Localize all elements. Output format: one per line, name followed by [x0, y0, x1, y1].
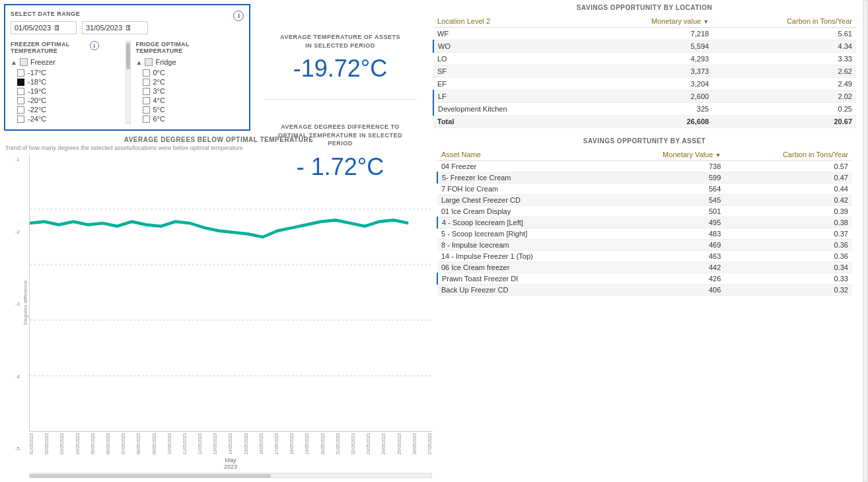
freezer-checkbox-0[interactable]	[17, 69, 24, 77]
freezer-checkbox-4[interactable]	[17, 106, 24, 114]
y-axis-label: Degrees difference	[22, 281, 28, 325]
fridge-title: FRIDGE OPTIMALTEMPERATURE	[136, 41, 244, 54]
fridge-collapse-arrow[interactable]: ▲	[136, 59, 143, 66]
col-header-monetary[interactable]: Monetary value ▼	[585, 15, 713, 28]
fridge-column: FRIDGE OPTIMALTEMPERATURE ▲ Fridge 0°C 2…	[136, 41, 244, 124]
savings-by-location-table: Location Level 2 Monetary value ▼ Carbon…	[433, 15, 856, 128]
col-header-location: Location Level 2	[433, 15, 585, 28]
freezer-checkbox-3[interactable]	[17, 97, 24, 104]
temp-stat-divider	[264, 99, 416, 100]
freezer-checkbox-1[interactable]	[17, 79, 24, 86]
freezer-root-checkbox[interactable]	[20, 58, 28, 66]
freezer-checkbox-2[interactable]	[17, 88, 24, 95]
chart-svg	[30, 154, 432, 431]
table-row: 8 - Impulse Icecream 469 0.36	[437, 240, 852, 251]
avg-temp-label-2: AVERAGE DEGREES DIFFERENCE TOOPTIMAL TEM…	[271, 123, 410, 148]
fridge-root-label: Fridge	[155, 58, 176, 66]
list-item: 4°C	[143, 96, 244, 104]
savings-by-asset-section: SAVINGS OPPORTUNITY BY ASSET Asset Name …	[433, 135, 856, 478]
fridge-checkbox-1[interactable]	[143, 79, 150, 86]
avg-temp-value-1: -19.72°C	[271, 55, 410, 83]
freezer-column: FREEZER OPTIMALTEMPERATURE ℹ ▲ Freezer -…	[11, 41, 119, 124]
freezer-info-icon[interactable]: ℹ	[90, 41, 99, 50]
table-row: 01 Ice Cream Display 501 0.39	[437, 206, 852, 217]
freezer-temp-list: -17°C -18°C -19°C -20°C -22°C -24°C	[17, 69, 119, 123]
fridge-temp-list: 0°C 2°C 3°C 4°C 5°C 6°C	[143, 69, 244, 123]
savings-by-location-section: SAVINGS OPPORTUNITY BY LOCATION Location…	[433, 4, 856, 128]
freezer-collapse-arrow[interactable]: ▲	[11, 59, 17, 66]
table-row: 5- Freezer Ice Cream 599 0.47	[437, 172, 852, 184]
list-item: 5°C	[143, 106, 244, 114]
list-item: 0°C	[143, 69, 244, 77]
right-panel: SAVINGS OPPORTUNITY BY LOCATION Location…	[426, 0, 863, 482]
table-row: Development Kitchen 325 0.25	[433, 103, 856, 116]
table-row: LF 2,600 2.02	[433, 90, 856, 103]
table-row-total: Total 26,608 20.67	[433, 116, 856, 128]
fridge-checkbox-0[interactable]	[143, 69, 150, 77]
list-item: -20°C	[17, 96, 119, 104]
filter-box: SELECT DATE RANGE 01/05/2023 🗓 31/05/202…	[4, 4, 250, 131]
savings-by-asset-table: Asset Name Monetary Value ▼ Carbon in To…	[437, 149, 852, 296]
list-item: 6°C	[143, 115, 244, 123]
chart-x-month: May 2023	[29, 457, 432, 470]
asset-col-name: Asset Name	[437, 149, 610, 161]
list-item: -24°C	[17, 115, 119, 123]
list-item: 2°C	[143, 78, 244, 86]
temp-scrollbar[interactable]	[126, 41, 131, 124]
table-row: Back Up Freezer CD 406 0.32	[437, 285, 852, 296]
fridge-checkbox-4[interactable]	[143, 106, 150, 114]
table-row: EF 3,204 2.49	[433, 78, 856, 90]
calendar-icon-2[interactable]: 🗓	[125, 24, 132, 32]
freezer-root-label: Freezer	[30, 58, 55, 66]
savings-by-location-title: SAVINGS OPPORTUNITY BY LOCATION	[433, 4, 856, 11]
asset-col-carbon: Carbon in Tons/Year	[725, 149, 852, 161]
list-item: -19°C	[17, 87, 119, 95]
freezer-root: ▲ Freezer	[11, 58, 119, 66]
col-header-carbon: Carbon in Tons/Year	[713, 15, 856, 28]
avg-temp-label-1: AVERAGE TEMPERATURE OF ASSETSIN SELECTED…	[271, 33, 410, 50]
table-row: 14 - Impulse Freezer 1 (Top) 463 0.36	[437, 251, 852, 262]
start-date-input[interactable]: 01/05/2023 🗓	[11, 21, 77, 34]
calendar-icon[interactable]: 🗓	[54, 24, 61, 32]
chart-area: AVERAGE DEGREES BELOW OPTIMAL TEMPERATUR…	[4, 136, 433, 478]
list-item: -17°C	[17, 69, 119, 77]
end-date-input[interactable]: 31/05/2023 🗓	[82, 21, 148, 34]
table-row: 06 Ice Cream freezer 442 0.34	[437, 262, 852, 273]
table-row: SF 3,373 2.62	[433, 65, 856, 78]
table-row: LO 4,293 3.33	[433, 53, 856, 65]
scrollbar-thumb	[126, 43, 130, 69]
fridge-checkbox-3[interactable]	[143, 97, 150, 104]
date-row: 01/05/2023 🗓 31/05/2023 🗓	[11, 21, 244, 34]
table-row: 04 Freezer 738 0.57	[437, 161, 852, 172]
avg-temp-section-1: AVERAGE TEMPERATURE OF ASSETSIN SELECTED…	[264, 20, 416, 96]
filter-title: SELECT DATE RANGE	[11, 11, 244, 17]
scrollbar-thumb	[30, 474, 271, 478]
list-item: -22°C	[17, 106, 119, 114]
fridge-checkbox-2[interactable]	[143, 88, 150, 95]
asset-col-monetary[interactable]: Monetary Value ▼	[610, 149, 725, 161]
table-row: 5 - Scoop Icecream [Right] 483 0.37	[437, 228, 852, 240]
table-row: WO 5,594 4.34	[433, 40, 856, 53]
list-item: 3°C	[143, 87, 244, 95]
fridge-root-checkbox[interactable]	[145, 58, 153, 66]
chart-scrollbar[interactable]	[29, 473, 432, 478]
table-row: Large Chest Freezer CD 545 0.42	[437, 195, 852, 206]
table-row: 4 - Scoop Icecream [Left] 495 0.38	[437, 217, 852, 228]
list-item: -18°C	[17, 78, 119, 86]
page-scrollbar[interactable]	[863, 0, 868, 482]
filter-info-icon[interactable]: ℹ	[233, 11, 244, 21]
freezer-checkbox-5[interactable]	[17, 116, 24, 123]
fridge-checkbox-5[interactable]	[143, 116, 150, 123]
fridge-root: ▲ Fridge	[136, 58, 244, 66]
table-row: Prawn Toast Freezer DI 426 0.33	[437, 273, 852, 285]
freezer-title: FREEZER OPTIMALTEMPERATURE	[11, 41, 119, 54]
savings-by-asset-title: SAVINGS OPPORTUNITY BY ASSET	[437, 137, 852, 145]
table-row: WF 7,218 5.61	[433, 28, 856, 40]
table-row: 7 FOH Ice Cream 564 0.44	[437, 184, 852, 195]
